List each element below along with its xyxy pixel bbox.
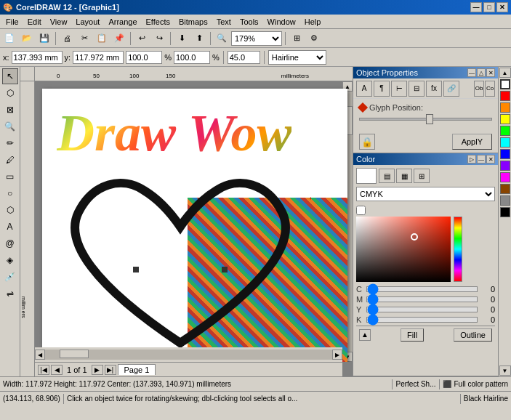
fill-button[interactable]: Fill (401, 328, 424, 342)
color-panel-btns[interactable]: ▷ — ✕ (467, 155, 495, 163)
tabs-btn[interactable]: ⊢ (391, 81, 407, 97)
menu-bitmaps[interactable]: Bitmaps (174, 17, 212, 27)
color-model-btn1[interactable]: ▤ (379, 169, 395, 183)
palette-purple[interactable] (500, 161, 510, 171)
hyperlink-btn[interactable]: 🔗 (443, 81, 459, 97)
palette-magenta[interactable] (500, 172, 510, 182)
copy-btn[interactable]: 📋 (94, 31, 110, 47)
height-input[interactable] (174, 51, 210, 64)
crop-tool[interactable]: ⊠ (2, 102, 18, 118)
ellipse-tool[interactable]: ○ (2, 185, 18, 201)
no-fill-checkbox[interactable] (356, 206, 366, 215)
menu-edit[interactable]: Edit (23, 17, 46, 27)
x-input[interactable] (12, 51, 63, 64)
palette-white[interactable] (500, 79, 510, 89)
palette-gray[interactable] (500, 195, 510, 206)
color-panel-expand-btn[interactable]: ▷ (467, 155, 476, 163)
panel-close-btn[interactable]: ✕ (486, 68, 495, 77)
palette-black[interactable] (500, 207, 510, 217)
import-btn[interactable]: ⬇ (174, 31, 190, 47)
open-btn[interactable]: 📂 (19, 31, 35, 47)
close-button[interactable]: ✕ (496, 2, 508, 12)
new-btn[interactable]: 📄 (1, 31, 17, 47)
obj-tab-btn[interactable]: Ob (474, 81, 484, 97)
menu-view[interactable]: View (46, 17, 72, 27)
menu-layout[interactable]: Layout (71, 17, 104, 27)
hue-strip[interactable] (454, 217, 462, 282)
scroll-left-btn[interactable]: ◀ (35, 350, 45, 360)
menu-help[interactable]: Help (300, 17, 326, 27)
color-picker-thumb[interactable] (411, 233, 418, 241)
shape-tool[interactable]: ⬡ (2, 85, 18, 101)
minimize-button[interactable]: — (470, 2, 482, 12)
color-mode-select[interactable]: CMYK RGB HSB (356, 187, 495, 201)
menu-file[interactable]: File (1, 17, 23, 27)
effects-btn[interactable]: fx (426, 81, 442, 97)
palette-yellow[interactable] (500, 114, 510, 124)
para-btn[interactable]: ¶ (374, 81, 390, 97)
zoom-select[interactable]: 179% (231, 31, 282, 46)
spiral-tool[interactable]: @ (2, 235, 18, 251)
palette-orange[interactable] (500, 102, 510, 113)
interactive-tool[interactable]: ⇌ (2, 286, 18, 302)
next-page-btn[interactable]: ▶ (92, 365, 103, 375)
smart-draw-tool[interactable]: 🖊 (2, 152, 18, 168)
menu-arrange[interactable]: Arrange (104, 17, 141, 27)
color-gradient-area[interactable] (356, 217, 451, 282)
apply-button[interactable]: ApplY (452, 134, 492, 150)
print-btn[interactable]: 🖨 (59, 31, 75, 47)
maximize-button[interactable]: □ (483, 2, 495, 12)
line-type-select[interactable]: Hairline (268, 50, 326, 65)
panel-minimize-btn[interactable]: — (467, 68, 476, 77)
col-tab-btn[interactable]: Co (485, 81, 495, 97)
glyph-slider[interactable] (359, 118, 492, 121)
menu-text[interactable]: Text (212, 17, 236, 27)
prev-page-btn[interactable]: ◀ (51, 365, 63, 375)
glyph-slider-thumb[interactable] (426, 114, 433, 124)
color-panel-min-btn[interactable]: — (477, 155, 486, 163)
cols-btn[interactable]: ⊟ (409, 81, 425, 97)
palette-scroll-up[interactable]: ▲ (499, 68, 511, 78)
outline-button[interactable]: Outline (454, 328, 492, 342)
eyedropper-tool[interactable]: 💉 (2, 269, 18, 285)
palette-green[interactable] (500, 126, 510, 136)
palette-red[interactable] (500, 91, 510, 101)
panel-expand-btn[interactable]: △ (477, 68, 486, 77)
freehand-tool[interactable]: ✏ (2, 135, 18, 151)
panel-header-btns[interactable]: — △ ✕ (467, 68, 495, 77)
save-btn[interactable]: 💾 (36, 31, 52, 47)
zoom-tool[interactable]: 🔍 (2, 118, 18, 134)
snap-btn[interactable]: ⊞ (289, 31, 305, 47)
text-tool[interactable]: A (2, 219, 18, 235)
fill-tool[interactable]: ◈ (2, 252, 18, 268)
rotation-input[interactable] (228, 51, 260, 64)
menu-window[interactable]: Window (263, 17, 300, 27)
last-page-btn[interactable]: ▶| (105, 365, 116, 375)
char-btn[interactable]: A (356, 81, 372, 97)
redo-btn[interactable]: ↪ (151, 31, 167, 47)
lock-btn[interactable]: 🔒 (359, 134, 375, 150)
title-bar-controls[interactable]: — □ ✕ (470, 2, 508, 12)
export-btn[interactable]: ⬆ (191, 31, 207, 47)
y-slider[interactable] (366, 307, 478, 312)
select-tool[interactable]: ↖ (2, 68, 18, 84)
palette-scroll-down[interactable]: ▼ (499, 366, 511, 376)
m-slider[interactable] (366, 296, 478, 302)
color-panel-close-btn[interactable]: ✕ (486, 155, 495, 163)
drawing-canvas[interactable]: Draw Wow (42, 89, 347, 362)
menu-tools[interactable]: Tools (236, 17, 263, 27)
palette-blue[interactable] (500, 149, 510, 159)
y-input[interactable] (73, 51, 124, 64)
first-page-btn[interactable]: |◀ (38, 365, 49, 375)
cut-btn[interactable]: ✂ (76, 31, 92, 47)
color-model-btn3[interactable]: ⊞ (414, 169, 430, 183)
polygon-tool[interactable]: ⬡ (2, 202, 18, 218)
palette-brown[interactable] (500, 184, 510, 194)
k-slider[interactable] (366, 317, 478, 323)
paste-btn[interactable]: 📌 (111, 31, 127, 47)
width-input[interactable] (126, 51, 162, 64)
c-slider[interactable] (366, 286, 478, 292)
palette-cyan[interactable] (500, 137, 510, 148)
rect-tool[interactable]: ▭ (2, 169, 18, 185)
menu-effects[interactable]: Effects (142, 17, 174, 27)
